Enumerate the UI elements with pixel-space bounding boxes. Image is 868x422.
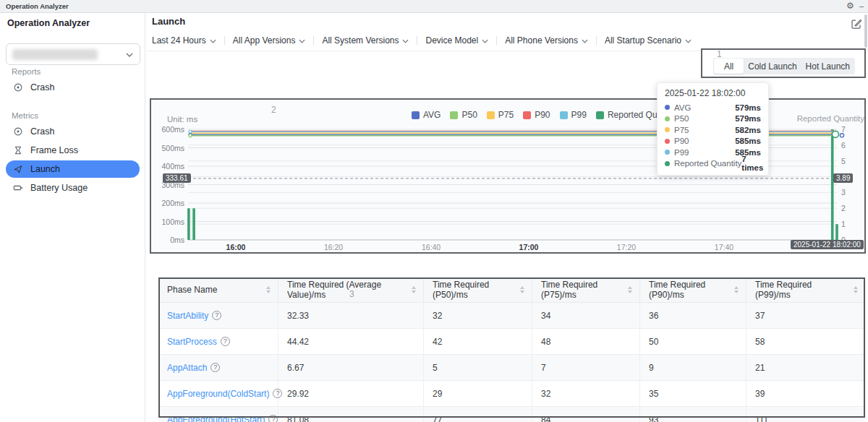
phase-name-cell: AppForeground(ColdStart)?: [158, 381, 278, 406]
filter-device-model[interactable]: Device Model: [425, 35, 488, 46]
reported-quantity-bar[interactable]: [835, 224, 838, 240]
filter-label: All App Versions: [233, 35, 296, 46]
column-header-label: Time Required (P99)/ms: [755, 280, 848, 300]
annotation-box-1: 1 AllCold LaunchHot Launch: [701, 48, 866, 78]
sort-icon[interactable]: [628, 286, 632, 293]
left-axis-tick: 0ms: [153, 236, 184, 244]
tooltip-value: 579ms: [735, 114, 761, 123]
right-axis-tick: 6: [841, 141, 846, 150]
phase-link[interactable]: StartAbility: [167, 311, 208, 321]
tooltip-dot: [665, 116, 670, 121]
value-cell: 5: [424, 355, 532, 380]
x-axis-tick: 16:40: [409, 243, 453, 251]
reported-quantity-bar[interactable]: [187, 208, 190, 240]
crash-icon: [13, 126, 23, 137]
sidebar-item-battery-usage[interactable]: Battery Usage: [6, 179, 140, 197]
help-icon[interactable]: ?: [212, 311, 221, 320]
tooltip-label: AVG: [674, 103, 691, 112]
sort-asc-icon: [266, 286, 271, 289]
filter-separator: [496, 36, 497, 45]
filter-bar: Last 24 HoursAll App VersionsAll System …: [152, 34, 692, 47]
x-axis-pointer-badge: 2025-01-22 18:02:00: [791, 240, 864, 249]
filter-all-startup-scenario[interactable]: All Startup Scenario: [605, 35, 692, 46]
value-cell: 29: [424, 381, 532, 406]
tab-cold-launch[interactable]: Cold Launch: [744, 59, 801, 74]
column-header-phase-name: Phase Name: [158, 277, 278, 302]
filter-label: All System Versions: [322, 35, 399, 46]
sort-desc-icon: [854, 290, 858, 293]
value-cell: 21: [746, 355, 865, 380]
help-icon[interactable]: ?: [221, 337, 230, 346]
tooltip-row: Reported Quantity7 times: [665, 158, 761, 170]
sidebar-item-crash[interactable]: Crash: [6, 123, 140, 140]
column-header-label: Time Required (P75)/ms: [541, 280, 622, 300]
filter-all-phone-versions[interactable]: All Phone Versions: [505, 35, 588, 46]
filter-all-system-versions[interactable]: All System Versions: [322, 35, 409, 46]
sidebar-section-label: Metrics: [12, 111, 145, 120]
filter-separator: [313, 36, 314, 45]
phase-link[interactable]: AppAttach: [167, 363, 207, 373]
phase-link[interactable]: StartProcess: [167, 337, 217, 347]
column-header-label: Time Required (Average Value)/ms: [287, 280, 406, 300]
launch-icon: [13, 164, 23, 174]
tooltip-label: P99: [674, 148, 689, 157]
tooltip-value: 582ms: [735, 126, 761, 134]
compose-report-icon[interactable]: [851, 18, 862, 30]
scrollbar-thumb[interactable]: [864, 14, 867, 48]
tooltip-timestamp: 2025-01-22 18:02:00: [665, 88, 761, 98]
sidebar-item-label: Frame Loss: [30, 145, 78, 155]
phase-name-cell: AppForeground(HotStart)?: [158, 407, 278, 422]
app-select[interactable]: [6, 43, 140, 65]
sort-icon[interactable]: [266, 286, 271, 293]
sidebar-item-launch[interactable]: Launch: [6, 160, 140, 178]
avg-marker-left-badge: 333.61: [163, 173, 191, 183]
reported-quantity-bar[interactable]: [831, 129, 834, 240]
tooltip-label: P75: [674, 126, 689, 134]
filter-last-24-hours[interactable]: Last 24 Hours: [152, 35, 216, 46]
sort-asc-icon: [734, 286, 739, 289]
right-axis-tick: 2: [841, 204, 846, 212]
value-cell: 81.08: [278, 407, 424, 422]
reported-quantity-bar[interactable]: [192, 208, 195, 240]
x-axis-tick: 16:00: [214, 243, 258, 251]
chevron-down-icon: [582, 35, 588, 46]
tooltip-row: AVG579ms: [665, 102, 761, 113]
x-axis-tick: 17:40: [702, 243, 746, 251]
tooltip-dot: [665, 150, 670, 155]
value-cell: 35: [640, 381, 746, 406]
help-icon[interactable]: ?: [268, 415, 278, 422]
filter-all-app-versions[interactable]: All App Versions: [233, 35, 306, 46]
right-axis-tick: 5: [841, 157, 846, 165]
tab-all[interactable]: All: [714, 59, 744, 74]
value-cell: 32.33: [278, 303, 424, 328]
sidebar-item-label: Crash: [30, 82, 54, 92]
gear-icon[interactable]: ⚙: [846, 1, 854, 11]
chart-tooltip: 2025-01-22 18:02:00 AVG579msP50579msP755…: [657, 82, 769, 176]
sidebar: Operation Analyzer ReportsCrashMetricsCr…: [0, 13, 145, 422]
tab-hot-launch[interactable]: Hot Launch: [801, 59, 854, 74]
sort-icon[interactable]: [854, 286, 858, 293]
sort-icon[interactable]: [520, 286, 524, 293]
value-cell: 37: [746, 303, 865, 328]
sort-desc-icon: [628, 290, 632, 293]
filter-separator: [224, 36, 225, 45]
phase-table: Phase NameTime Required (Average Value)/…: [158, 277, 865, 422]
value-cell: 111: [746, 407, 865, 422]
tooltip-dot: [665, 105, 670, 110]
minimize-icon[interactable]: –: [859, 1, 864, 10]
sort-icon[interactable]: [734, 286, 739, 293]
sort-asc-icon: [412, 286, 416, 289]
sidebar-section-metrics: MetricsCrashFrame LossLaunchBattery Usag…: [0, 111, 145, 198]
phase-link[interactable]: AppForeground(ColdStart): [167, 389, 269, 399]
table-row: AppForeground(ColdStart)?29.9229323539: [158, 381, 865, 407]
help-icon[interactable]: ?: [210, 363, 220, 372]
value-cell: 93: [640, 407, 746, 422]
sidebar-item-crash[interactable]: Crash: [6, 79, 140, 96]
chevron-down-icon: [126, 49, 133, 59]
sidebar-item-frame-loss[interactable]: Frame Loss: [6, 142, 140, 159]
series-start-marker: [189, 130, 192, 133]
table-header-row: Phase NameTime Required (Average Value)/…: [158, 277, 865, 303]
sort-icon[interactable]: [412, 286, 416, 293]
tooltip-row: P90585ms: [665, 136, 761, 147]
phase-link[interactable]: AppForeground(HotStart): [167, 415, 265, 422]
